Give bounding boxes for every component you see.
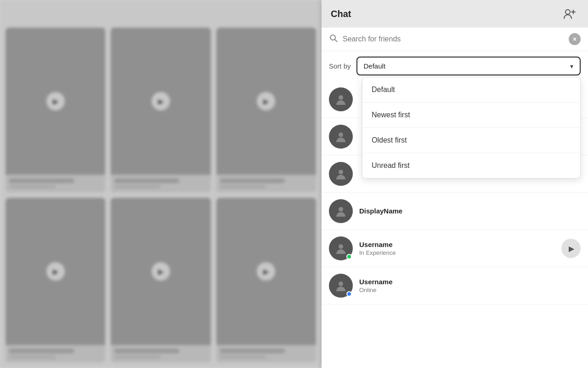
- avatar-wrap-6: [329, 274, 353, 298]
- search-bar: ×: [322, 28, 588, 51]
- bg-card-info-3: [216, 175, 316, 192]
- chat-name-6: Username: [359, 278, 581, 286]
- sort-option-default[interactable]: Default: [362, 77, 580, 103]
- svg-point-10: [339, 282, 343, 286]
- avatar-wrap-3: [329, 162, 353, 186]
- bg-card-thumb-4: ▶: [6, 198, 105, 345]
- bg-card-1: ▶: [6, 28, 105, 192]
- sort-option-unread[interactable]: Unread first: [362, 153, 580, 178]
- search-icon: [329, 34, 338, 45]
- bg-card-info-5: [111, 345, 210, 362]
- bg-play-icon-3: ▶: [257, 92, 275, 110]
- bg-card-title-1: [9, 178, 74, 183]
- svg-line-4: [335, 39, 337, 41]
- bg-card-title-3: [220, 178, 285, 183]
- bg-card-2: ▶: [111, 28, 210, 192]
- chat-item-6[interactable]: Username Online: [322, 267, 588, 305]
- bg-card-sub-5: [114, 355, 161, 359]
- chat-info-6: Username Online: [359, 278, 581, 293]
- bg-play-icon-1: ▶: [46, 92, 65, 110]
- chat-title: Chat: [331, 9, 351, 19]
- add-friends-icon: [563, 8, 577, 19]
- svg-point-5: [339, 95, 343, 100]
- avatar-wrap-5: [329, 236, 353, 260]
- chat-sub-6: Online: [359, 287, 581, 293]
- bg-card-5: ▶: [111, 198, 210, 362]
- bg-card-sub-6: [220, 355, 266, 359]
- svg-point-9: [339, 244, 343, 249]
- add-friends-button[interactable]: [561, 6, 579, 21]
- chat-item-5[interactable]: Username In Experience ▶: [322, 230, 588, 267]
- chat-header: Chat: [322, 0, 588, 28]
- chat-item-4[interactable]: DisplayName: [322, 193, 588, 230]
- sort-option-oldest[interactable]: Oldest first: [362, 128, 580, 153]
- sort-label: Sort by: [329, 62, 351, 70]
- bg-card-6: ▶: [216, 198, 316, 362]
- svg-point-0: [565, 10, 570, 14]
- svg-point-7: [339, 170, 343, 174]
- bg-card-info-1: [6, 175, 105, 192]
- avatar-1: [329, 87, 353, 111]
- status-dot-blue-6: [346, 291, 352, 297]
- bg-card-thumb-2: ▶: [111, 28, 210, 175]
- bg-card-3: ▶: [216, 28, 316, 192]
- avatar-wrap-2: [329, 125, 353, 149]
- bg-card-thumb-6: ▶: [216, 198, 316, 345]
- bg-play-icon-6: ▶: [257, 262, 275, 281]
- bg-card-sub-4: [9, 355, 56, 359]
- chat-info-4: DisplayName: [359, 207, 581, 216]
- bg-card-sub-2: [114, 185, 161, 189]
- status-dot-green-5: [346, 254, 352, 259]
- chat-info-5: Username In Experience: [359, 241, 555, 256]
- bg-card-info-2: [111, 175, 210, 192]
- bg-card-thumb-5: ▶: [111, 198, 210, 345]
- bg-card-title-6: [220, 349, 285, 353]
- sort-dropdown[interactable]: Default ▾: [356, 57, 581, 75]
- sort-row: Sort by Default ▾ Default Newest first O…: [322, 51, 588, 81]
- svg-point-6: [339, 132, 343, 137]
- bg-play-icon-4: ▶: [46, 262, 65, 281]
- bg-card-info-6: [216, 345, 316, 362]
- avatar-3: [329, 162, 353, 186]
- clear-search-button[interactable]: ×: [569, 33, 581, 45]
- chat-name-5: Username: [359, 241, 555, 248]
- avatar-wrap-1: [329, 87, 353, 111]
- sort-dropdown-menu: Default Newest first Oldest first Unread…: [362, 77, 581, 178]
- bg-card-sub-3: [220, 185, 266, 189]
- bg-card-info-4: [6, 345, 105, 362]
- bg-card-thumb-1: ▶: [6, 28, 105, 175]
- chevron-down-icon: ▾: [570, 63, 573, 70]
- avatar-4: [329, 199, 353, 223]
- bg-card-4: ▶: [6, 198, 105, 362]
- bg-card-title-2: [114, 178, 179, 183]
- background-panel: ▶ ▶ ▶ ▶ ▶: [0, 0, 322, 368]
- sort-option-newest[interactable]: Newest first: [362, 103, 580, 128]
- chat-panel: Chat × Sort by Default ▾: [322, 0, 588, 368]
- search-input[interactable]: [343, 35, 564, 43]
- sort-current-value: Default: [364, 62, 386, 70]
- avatar-wrap-4: [329, 199, 353, 223]
- chat-name-4: DisplayName: [359, 207, 581, 215]
- play-icon-5: ▶: [569, 244, 574, 253]
- bg-card-title-5: [114, 349, 179, 353]
- chat-sub-5: In Experience: [359, 249, 555, 256]
- bg-play-icon-2: ▶: [152, 92, 170, 110]
- play-experience-button-5[interactable]: ▶: [561, 239, 581, 258]
- bg-play-icon-5: ▶: [152, 262, 170, 281]
- bg-card-title-4: [9, 349, 74, 353]
- bg-card-thumb-3: ▶: [216, 28, 316, 175]
- bg-card-sub-1: [9, 185, 56, 189]
- avatar-2: [329, 125, 353, 149]
- svg-point-8: [339, 207, 343, 212]
